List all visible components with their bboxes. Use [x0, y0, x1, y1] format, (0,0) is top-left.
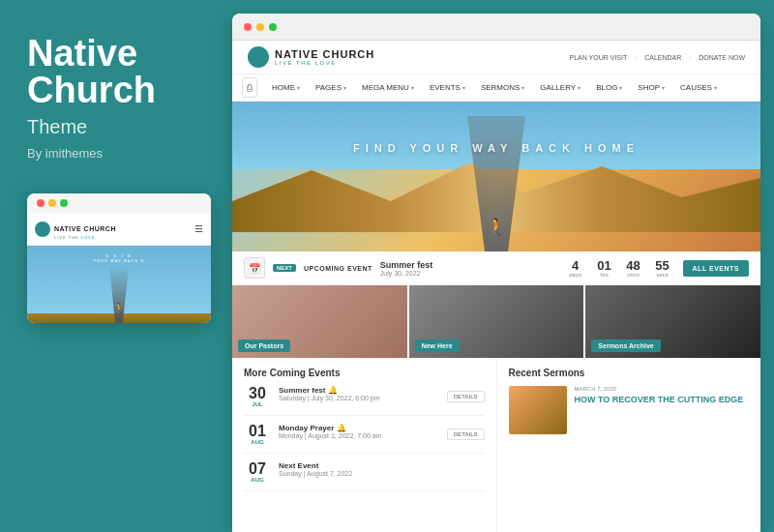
event-details: Summer fest July 30, 2022 [380, 260, 555, 277]
countdown-hrs-num: 01 [592, 259, 617, 272]
all-events-button[interactable]: ALL EVENTS [683, 260, 749, 277]
cards-row: Our Pastors New Here Sermons Archive [232, 285, 760, 358]
site-hero: FIND YOUR WAY BACK HOME 🚶 [232, 102, 760, 251]
nav-shop-arrow: ▾ [662, 84, 665, 91]
countdown-mins-label: mins [621, 272, 646, 278]
donate-link[interactable]: DONATE NOW [699, 54, 745, 61]
event-date: July 30, 2022 [380, 270, 555, 277]
calendar-icon: 📅 [244, 257, 265, 279]
event-2-time: Monday | August 1, 2022, 7:00 am [279, 432, 439, 439]
nav-causes[interactable]: CAUSES ▾ [673, 77, 724, 98]
event-3-day: 07 [244, 461, 271, 477]
mobile-hero: O D I GYOUR WAY BACK H 🚶 [27, 246, 211, 323]
card-new-label: New Here [415, 340, 460, 352]
event-2-details[interactable]: DETAILS [447, 429, 485, 440]
mobile-person: 🚶 [113, 303, 125, 313]
card-pastors[interactable]: Our Pastors [232, 285, 407, 358]
sermon-info: MARCH 7, 2020 HOW TO RECOVER THE CUTTING… [575, 386, 750, 434]
hero-text: FIND YOUR WAY BACK HOME [353, 142, 640, 154]
share-icon[interactable]: ⎙ [242, 77, 257, 98]
nav-mega-arrow: ▾ [411, 84, 414, 91]
site-logo-name: NATIVE CHURCH [275, 48, 374, 60]
coming-events-title: More Coming Events [244, 368, 485, 378]
browser-dot-yellow [256, 23, 264, 31]
sermon-title[interactable]: HOW TO RECOVER THE CUTTING EDGE [575, 395, 750, 405]
mobile-hamburger-icon[interactable]: ☰ [194, 223, 203, 234]
event-3-date-box: 07 AUG [244, 461, 271, 483]
countdown-secs-num: 55 [650, 259, 675, 272]
mobile-header: NATIVE CHURCH LIVE THE LOVE ☰ [27, 213, 211, 246]
browser-titlebar [232, 14, 760, 41]
countdown-mins-num: 48 [621, 259, 646, 272]
theme-author: By imithemes [27, 146, 103, 161]
nav-shop[interactable]: SHOP ▾ [631, 77, 671, 98]
recent-sermons-section: Recent Sermons MARCH 7, 2020 HOW TO RECO… [497, 358, 761, 532]
nav-events[interactable]: EVENTS ▾ [423, 77, 472, 98]
header-sep-2: / [689, 54, 691, 61]
event-1-details[interactable]: DETAILS [447, 391, 485, 402]
site-nav: ⎙ HOME ▾ PAGES ▾ MEGA MENU ▾ EVENTS ▾ SE… [232, 74, 760, 102]
left-panel: Native Church Theme By imithemes NATIVE … [0, 0, 232, 532]
nav-gallery[interactable]: GALLERY ▾ [533, 77, 587, 98]
theme-title: Native Church [27, 35, 156, 108]
countdown: 4 days 01 hrs 48 mins 55 secs [563, 259, 675, 278]
mobile-preview: NATIVE CHURCH LIVE THE LOVE ☰ O D I GYOU… [27, 193, 211, 323]
site-header: NATIVE CHURCH LIVE THE LOVE PLAN YOUR VI… [232, 41, 760, 74]
event-item-3: 07 AUG Next Event Sunday | August 7, 202… [244, 461, 485, 491]
countdown-days-label: days [563, 272, 588, 278]
coming-events-section: More Coming Events 30 JUL Summer fest 🔔 … [232, 358, 497, 532]
event-1-name: Summer fest 🔔 [279, 386, 439, 395]
card-pastors-label: Our Pastors [238, 340, 290, 352]
events-meta: NEXT UPCOMING EVENT [273, 264, 372, 272]
countdown-days-num: 4 [563, 259, 588, 272]
event-2-date-box: 01 AUG [244, 424, 271, 445]
countdown-mins: 48 mins [621, 259, 646, 278]
right-panel: NATIVE CHURCH LIVE THE LOVE PLAN YOUR VI… [232, 14, 760, 532]
card-new-here[interactable]: New Here [409, 285, 584, 358]
dot-green [60, 199, 68, 207]
nav-pages[interactable]: PAGES ▾ [309, 77, 353, 98]
nav-causes-arrow: ▾ [714, 84, 717, 91]
event-2-info: Monday Prayer 🔔 Monday | August 1, 2022,… [279, 424, 439, 439]
event-1-day: 30 [244, 386, 271, 401]
mobile-logo-icon [35, 222, 50, 237]
site-logo: NATIVE CHURCH LIVE THE LOVE [248, 46, 374, 68]
event-3-time: Sunday | August 7, 2022 [279, 470, 485, 477]
event-2-day: 01 [244, 424, 271, 439]
event-1-month: JUL [244, 401, 271, 407]
plan-visit-link[interactable]: PLAN YOUR VISIT [569, 54, 627, 61]
event-item-1: 30 JUL Summer fest 🔔 Saturday | July 30,… [244, 386, 485, 416]
countdown-days: 4 days [563, 259, 588, 278]
event-item-2: 01 AUG Monday Prayer 🔔 Monday | August 1… [244, 424, 485, 454]
nav-home[interactable]: HOME ▾ [265, 77, 307, 98]
next-badge: NEXT [273, 264, 296, 272]
site-logo-text: NATIVE CHURCH LIVE THE LOVE [275, 48, 374, 66]
mobile-logo: NATIVE CHURCH LIVE THE LOVE [35, 218, 116, 240]
card-sermons[interactable]: Sermons Archive [585, 285, 760, 358]
nav-sermons[interactable]: SERMONS ▾ [474, 77, 531, 98]
site-logo-icon [248, 46, 269, 68]
event-1-time: Saturday | July 30, 2022, 6:00 pm [279, 395, 439, 401]
recent-sermons-title: Recent Sermons [509, 368, 750, 378]
bottom-section: More Coming Events 30 JUL Summer fest 🔔 … [232, 358, 760, 532]
event-name: Summer fest [380, 260, 555, 270]
nav-pages-arrow: ▾ [343, 84, 346, 91]
header-links: PLAN YOUR VISIT / CALENDAR / DONATE NOW [569, 54, 745, 61]
event-3-month: AUG [244, 477, 271, 483]
countdown-secs-label: secs [650, 272, 675, 278]
upcoming-label: UPCOMING EVENT [304, 265, 372, 272]
event-1-info: Summer fest 🔔 Saturday | July 30, 2022, … [279, 386, 439, 401]
browser-dot-green [269, 23, 277, 31]
nav-mega[interactable]: MEGA MENU ▾ [355, 77, 421, 98]
nav-sermons-arrow: ▾ [521, 84, 524, 91]
countdown-hrs-label: hrs [592, 272, 617, 278]
sermon-thumbnail [509, 386, 567, 434]
sermon-date: MARCH 7, 2020 [575, 386, 750, 392]
theme-subtitle: Theme [27, 116, 87, 138]
nav-blog[interactable]: BLOG ▾ [589, 77, 629, 98]
calendar-link[interactable]: CALENDAR [644, 54, 681, 61]
nav-home-arrow: ▾ [297, 84, 300, 91]
header-sep-1: / [635, 54, 637, 61]
events-bar: 📅 NEXT UPCOMING EVENT Summer fest July 3… [232, 251, 760, 285]
dot-yellow [48, 199, 56, 207]
